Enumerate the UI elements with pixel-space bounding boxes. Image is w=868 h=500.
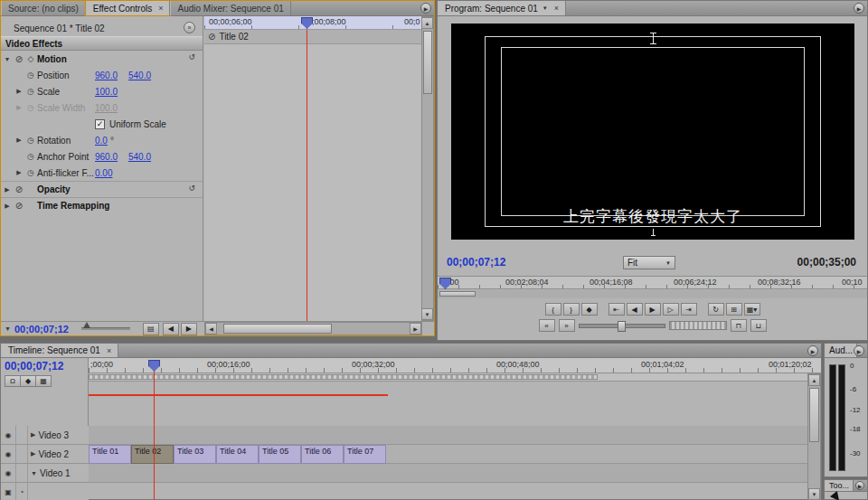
- set-out-point-button[interactable]: }: [563, 303, 580, 316]
- track-lock-icon[interactable]: [16, 445, 28, 463]
- anchor-y-value[interactable]: 540.0: [128, 152, 162, 162]
- fx-enabled-icon[interactable]: ⊘: [14, 54, 24, 64]
- timeline-clip[interactable]: Title 03: [174, 445, 216, 464]
- tab-audio-mixer[interactable]: Audio Mixer: Sequence 01: [170, 1, 290, 15]
- twirl-right-icon[interactable]: ▶: [28, 431, 38, 439]
- twirl-right-icon[interactable]: ▶: [14, 104, 24, 111]
- play-around-button[interactable]: »: [559, 319, 575, 332]
- mini-timeline-clip-row[interactable]: ⊘ Title 02: [204, 30, 422, 44]
- snap-icon[interactable]: Ω: [5, 375, 21, 387]
- twirl-right-icon[interactable]: ▶: [14, 137, 24, 144]
- effect-motion-row[interactable]: ▼ ⊘ ◇ Motion ↺: [1, 51, 203, 67]
- track-sync-icon[interactable]: ◔: [16, 483, 28, 500]
- scroll-thumb[interactable]: [809, 388, 819, 442]
- tab-program[interactable]: Program: Sequence 01 ▼ ×: [438, 1, 566, 15]
- panel-menu-icon[interactable]: ▶: [854, 3, 864, 14]
- scroll-right-icon[interactable]: ▶: [410, 323, 421, 335]
- zoom-level-select[interactable]: Fit ▼: [623, 256, 675, 269]
- previous-keyframe-icon[interactable]: ◀: [163, 323, 179, 335]
- tab-audio-meters[interactable]: Aud...: [825, 344, 857, 357]
- play-in-to-out-button[interactable]: «: [539, 319, 555, 332]
- twirl-down-icon[interactable]: ▼: [28, 470, 40, 476]
- play-button[interactable]: ▶: [645, 303, 661, 316]
- scroll-up-icon[interactable]: ▲: [808, 374, 820, 386]
- track-lock-icon[interactable]: [16, 464, 28, 482]
- tab-source[interactable]: Source: (no clips): [1, 1, 86, 15]
- effect-controls-vscrollbar[interactable]: ▲ ▼: [421, 16, 434, 321]
- toggle-animation-icon[interactable]: ◷: [24, 136, 37, 145]
- scroll-down-icon[interactable]: ▼: [808, 488, 820, 500]
- tab-effect-controls[interactable]: Effect Controls ×: [86, 1, 171, 15]
- anchor-x-value[interactable]: 960.0: [95, 152, 128, 162]
- fx-enabled-icon[interactable]: ⊘: [14, 184, 24, 194]
- timeline-clip[interactable]: Title 01: [89, 445, 131, 464]
- twirl-right-icon[interactable]: ▶: [14, 169, 24, 176]
- close-icon[interactable]: ×: [552, 4, 559, 13]
- add-marker-button[interactable]: ◆: [581, 303, 598, 316]
- twirl-down-icon[interactable]: ▼: [1, 56, 14, 62]
- mini-timeline-playhead-line[interactable]: [307, 30, 307, 321]
- toggle-track-output-icon[interactable]: ◉: [1, 426, 16, 444]
- twirl-right-icon[interactable]: ▶: [1, 203, 14, 210]
- shuttle-knob[interactable]: [618, 321, 626, 332]
- effect-controls-timecode[interactable]: 00;00;07;12: [14, 324, 69, 335]
- toggle-track-output-icon[interactable]: ◉: [1, 445, 16, 463]
- timeline-clip[interactable]: Title 04: [216, 445, 259, 464]
- lift-button[interactable]: ⊓: [731, 319, 747, 332]
- program-ruler[interactable]: 0;00 00;02;08;04 00;04;16;08 00;06;24;12…: [438, 276, 867, 289]
- filmstrip-icon[interactable]: ▤: [143, 323, 159, 335]
- jog-disk[interactable]: [669, 321, 727, 330]
- panel-menu-icon[interactable]: ▶: [854, 345, 864, 356]
- scroll-up-icon[interactable]: ▲: [421, 17, 433, 29]
- uniform-scale-checkbox[interactable]: ✓: [95, 119, 105, 129]
- reset-effect-icon[interactable]: ↺: [188, 52, 195, 61]
- toggle-animation-icon[interactable]: ◷: [24, 168, 37, 177]
- timeline-ruler[interactable]: ;00;00 00;00;16;00 00;00;32;00 00;00;48;…: [89, 358, 821, 373]
- panel-menu-icon[interactable]: ▶: [855, 481, 864, 490]
- zoom-slider-thumb[interactable]: [83, 322, 90, 328]
- set-in-point-button[interactable]: {: [545, 303, 561, 316]
- effect-opacity-row[interactable]: ▶ ⊘ Opacity ↺: [1, 181, 203, 197]
- timeline-timecode[interactable]: 00;00;07;12: [5, 360, 63, 373]
- twirl-right-icon[interactable]: ▶: [28, 450, 38, 458]
- position-y-value[interactable]: 540.0: [128, 71, 162, 80]
- toggle-animation-icon[interactable]: ◷: [24, 152, 37, 161]
- tab-tools[interactable]: Too...: [825, 480, 854, 491]
- loop-button[interactable]: ↻: [708, 303, 724, 316]
- scroll-down-icon[interactable]: ▼: [421, 308, 433, 320]
- toggle-track-output-icon[interactable]: ◉: [1, 464, 16, 482]
- panel-menu-icon[interactable]: ▶: [420, 3, 431, 14]
- scroll-left-icon[interactable]: ◀: [205, 323, 217, 335]
- close-icon[interactable]: ×: [105, 346, 111, 355]
- next-keyframe-icon[interactable]: ▶: [181, 323, 197, 335]
- timeline-clip-selected[interactable]: Title 02: [131, 445, 174, 464]
- go-to-in-button[interactable]: ⇤: [609, 303, 625, 316]
- timeline-clip[interactable]: Title 06: [301, 445, 344, 464]
- rotation-value[interactable]: 0.0: [95, 136, 108, 146]
- toggle-track-output-icon[interactable]: ▣: [1, 483, 16, 500]
- work-area-segment[interactable]: [89, 374, 598, 380]
- zoom-slider[interactable]: [81, 327, 130, 330]
- safe-margins-button[interactable]: ⊞: [726, 303, 742, 316]
- panel-menu-icon[interactable]: ▶: [807, 345, 818, 356]
- toggle-animation-icon[interactable]: ◷: [24, 71, 37, 80]
- position-x-value[interactable]: 960.0: [95, 71, 128, 80]
- twirl-right-icon[interactable]: ▶: [14, 88, 24, 95]
- extract-button[interactable]: ⊔: [750, 319, 767, 332]
- step-back-button[interactable]: ◀: [627, 303, 643, 316]
- scroll-thumb[interactable]: [423, 31, 432, 94]
- toggle-animation-icon[interactable]: ◷: [24, 87, 37, 96]
- timeline-clip[interactable]: Title 05: [259, 445, 301, 464]
- display-style-icon[interactable]: ▦: [35, 375, 52, 387]
- timeline-clip[interactable]: Title 07: [344, 445, 386, 464]
- scale-value[interactable]: 100.0: [95, 87, 128, 97]
- close-icon[interactable]: ×: [156, 4, 163, 13]
- program-scroll-strip[interactable]: [438, 290, 867, 298]
- work-area-bar[interactable]: [89, 373, 807, 382]
- track-lock-icon[interactable]: [16, 426, 28, 444]
- chevron-down-icon[interactable]: ▼: [542, 5, 548, 11]
- set-marker-icon[interactable]: ◆: [20, 375, 36, 387]
- program-current-time[interactable]: 00;00;07;12: [447, 256, 505, 269]
- selection-tool-button[interactable]: [832, 493, 841, 500]
- go-to-out-button[interactable]: ⇥: [681, 303, 697, 316]
